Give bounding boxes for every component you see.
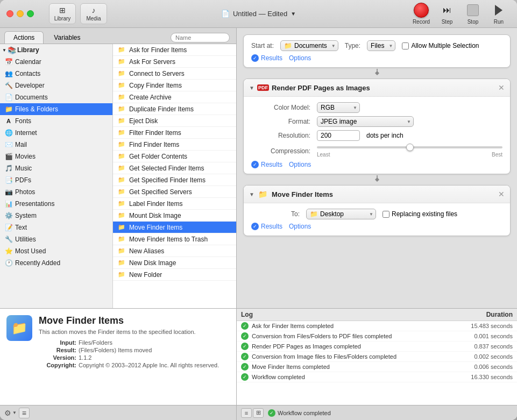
sidebar-item-system[interactable]: ⚙️ System [0,210,112,222]
move-finder-results-button[interactable]: ✓ Results [251,223,282,230]
right-panel: Start at: 📁 Documents ▼ Type: Files ▼ [237,28,517,420]
category-section-library[interactable]: ▼ 📚 Library [0,44,112,56]
search-input[interactable] [171,33,230,42]
sidebar-item-recently-added[interactable]: 🕐 Recently Added [0,257,112,269]
stop-button[interactable]: Stop [461,3,485,25]
format-select[interactable]: JPEG image ▼ [317,116,414,127]
gear-menu-button[interactable]: ⚙ ▼ [4,409,17,417]
sidebar-item-calendar[interactable]: 📅 Calendar [0,56,112,68]
photos-icon: 📷 [4,188,13,196]
sidebar-item-documents[interactable]: 📄 Documents [0,91,112,103]
maximize-button[interactable] [27,10,34,17]
move-finder-options-button[interactable]: Options [289,223,311,230]
action-item-get-folder-contents[interactable]: 📁 Get Folder Contents [113,151,236,162]
list-view-status-button[interactable]: ≡ [241,408,252,418]
close-card-button[interactable]: ✕ [498,83,505,92]
tab-variables[interactable]: Variables [45,31,89,44]
description-panel: 📁 Move Finder Items This action moves th… [0,308,236,405]
sidebar-item-fonts[interactable]: A Fonts [0,115,112,127]
sidebar-item-files-folders[interactable]: 📁 Files & Folders [0,103,112,115]
action-item-create-archive[interactable]: 📁 Create Archive [113,91,236,103]
collapse-button[interactable]: ▼ [249,191,254,197]
list-view-icon: ≡ [22,409,26,417]
grid-view-status-button[interactable]: ⊞ [253,408,264,418]
step-button[interactable]: ⏭ Step [435,3,459,25]
collapse-button[interactable]: ▼ [249,85,254,91]
tab-actions[interactable]: Actions [4,31,44,44]
slider-handle[interactable] [406,144,414,151]
slider-labels: Least Best [317,152,502,158]
action-list: 📁 Ask for Finder Items 📁 Ask For Servers… [113,44,236,308]
compression-label: Compression: [251,147,310,155]
replacing-files-checkbox[interactable] [383,211,389,218]
action-item-get-selected-finder[interactable]: 📁 Get Selected Finder Items [113,162,236,174]
list-view-button[interactable]: ≡ [19,408,30,418]
render-pdf-results-button[interactable]: ✓ Results [251,161,282,168]
action-icon: 📁 [117,117,126,125]
action-item-new-aliases[interactable]: 📁 New Aliases [113,245,236,257]
action-item-get-specified-servers[interactable]: 📁 Get Specified Servers [113,186,236,198]
sidebar-item-mail[interactable]: ✉️ Mail [0,139,112,151]
action-item-get-specified-finder[interactable]: 📁 Get Specified Finder Items [113,174,236,186]
svg-marker-3 [375,177,379,182]
log-header: Log Duration [237,309,517,321]
sidebar-item-most-used[interactable]: ⭐ Most Used [0,245,112,257]
allow-multiple-checkbox[interactable] [402,42,409,49]
document-icon: 📄 [221,10,230,18]
action-item-filter-finder[interactable]: 📁 Filter Finder Items [113,127,236,139]
action-item-ask-servers[interactable]: 📁 Ask For Servers [113,56,236,68]
action-item-move-finder-trash[interactable]: 📁 Move Finder Items to Trash [113,233,236,245]
compression-slider-container: Least Best [317,144,502,158]
action-item-connect-servers[interactable]: 📁 Connect to Servers [113,68,236,80]
move-finder-results-options: ✓ Results Options [251,223,502,230]
resolution-input[interactable] [317,130,360,141]
action-item-duplicate-finder[interactable]: 📁 Duplicate Finder Items [113,103,236,115]
media-button[interactable]: ♪ Media [80,3,107,24]
chevron-down-icon[interactable]: ▼ [291,11,296,17]
action-item-ask-finder[interactable]: 📁 Ask for Finder Items [113,44,236,56]
sidebar-item-movies[interactable]: 🎬 Movies [0,151,112,162]
sidebar-item-pdfs[interactable]: 📑 PDFs [0,174,112,186]
action-item-new-disk-image[interactable]: 📁 New Disk Image [113,257,236,269]
log-text-1: Ask for Finder Items completed [252,323,468,329]
sidebar-item-contacts[interactable]: 👥 Contacts [0,68,112,80]
sidebar-item-internet[interactable]: 🌐 Internet [0,127,112,139]
version-value: 1.1.2 [79,354,91,361]
run-button[interactable]: Run [487,3,511,25]
action-icon: 📁 [117,259,126,267]
close-button[interactable] [6,10,13,17]
action-item-find-finder[interactable]: 📁 Find Finder Items [113,139,236,151]
sidebar-item-utilities[interactable]: 🔧 Utilities [0,233,112,245]
sidebar-item-presentations[interactable]: 📊 Presentations [0,198,112,210]
type-select[interactable]: Files ▼ [367,40,395,51]
to-select[interactable]: 📁 Desktop ▼ [306,209,376,219]
status-text: Workflow completed [278,410,331,416]
log-text-3: Render PDF Pages as Images completed [252,343,471,350]
action-item-eject-disk[interactable]: 📁 Eject Disk [113,115,236,127]
render-pdf-options-button[interactable]: Options [289,161,311,168]
start-results-button[interactable]: ✓ Results [251,54,282,62]
sidebar-item-developer[interactable]: 🔨 Developer [0,80,112,91]
start-at-select[interactable]: 📁 Documents ▼ [280,40,338,51]
record-button[interactable]: Record [409,3,433,25]
action-item-label-finder[interactable]: 📁 Label Finder Items [113,198,236,210]
format-row: Format: JPEG image ▼ [251,116,502,127]
library-button[interactable]: ⊞ Library [49,3,76,24]
compression-slider[interactable] [317,146,502,148]
documents-icon: 📄 [4,93,13,102]
action-item-new-folder[interactable]: 📁 New Folder [113,269,236,281]
close-move-card-button[interactable]: ✕ [498,190,505,198]
sidebar-item-music[interactable]: 🎵 Music [0,162,112,174]
sidebar-item-photos[interactable]: 📷 Photos [0,186,112,198]
traffic-lights [6,10,34,17]
start-options-button[interactable]: Options [289,54,311,62]
folder-icon: 📁 [284,42,292,49]
move-finder-card: ▼ 📁 Move Finder Items ✕ To: 📁 Desktop ▼ [243,185,511,236]
color-model-select[interactable]: RGB ▼ [317,102,360,113]
sidebar-item-text[interactable]: 📝 Text [0,222,112,233]
action-item-mount-disk[interactable]: 📁 Mount Disk Image [113,210,236,222]
minimize-button[interactable] [17,10,24,17]
log-text-5: Move Finder Items completed [252,364,471,370]
action-item-copy-finder[interactable]: 📁 Copy Finder Items [113,80,236,91]
action-item-move-finder[interactable]: 📁 Move Finder Items [113,222,236,233]
